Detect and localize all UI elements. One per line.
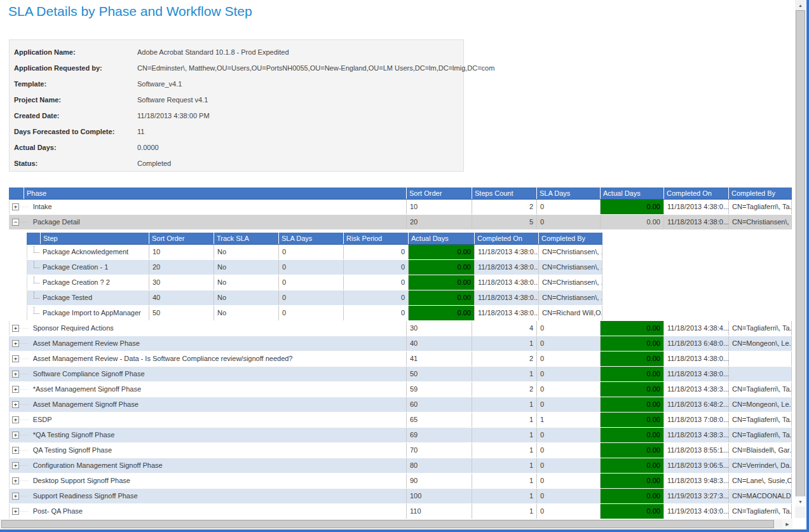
cell-completed-by: CN=Blaisdell\, Gar... bbox=[729, 443, 792, 458]
cell-phase: +····Asset Management Review - Data - Is… bbox=[9, 351, 407, 366]
info-field-value: 11/18/2013 4:38:00 PM bbox=[137, 112, 210, 119]
phase-row[interactable]: +····Configuration Management Signoff Ph… bbox=[9, 458, 792, 474]
phase-row[interactable]: +····Support Readiness Signoff Phase1001… bbox=[9, 489, 792, 504]
step-row[interactable]: Package Acknowledgement10No000.0011/18/2… bbox=[27, 245, 602, 260]
cell-completed-by: CN=Christiansen\, ... bbox=[729, 215, 792, 229]
cell-sla-days: 0 bbox=[537, 200, 601, 214]
expand-icon[interactable]: + bbox=[12, 401, 19, 408]
cell-phase: +····*Asset Management Signoff Phase bbox=[9, 382, 407, 397]
cell-step: Package Acknowledgement bbox=[27, 245, 149, 259]
cell-risk-period: 0 bbox=[344, 275, 409, 290]
phase-row[interactable]: +····Asset Management Signoff Phase60100… bbox=[9, 397, 792, 413]
expand-icon[interactable]: + bbox=[12, 355, 19, 362]
expand-icon[interactable]: + bbox=[12, 340, 19, 347]
phase-row[interactable]: +····QA Testing Signoff Phase70100.0011/… bbox=[9, 443, 792, 458]
phase-row[interactable]: +····Asset Management Review Phase40100.… bbox=[9, 336, 792, 351]
scroll-right-icon[interactable]: ▶ bbox=[782, 519, 792, 529]
cell-track-sla: No bbox=[214, 290, 279, 305]
phase-row[interactable]: +····Desktop Support Signoff Phase90100.… bbox=[9, 474, 792, 489]
cell-sort-order: 30 bbox=[407, 321, 472, 336]
step-row[interactable]: Package Import to AppManager50No000.0011… bbox=[27, 306, 602, 321]
phase-name: QA Testing Signoff Phase bbox=[33, 443, 112, 458]
cell-actual-days: 0.00 bbox=[601, 215, 664, 229]
expand-icon[interactable]: + bbox=[12, 386, 19, 393]
expand-icon[interactable]: + bbox=[12, 325, 19, 332]
info-row: Actual Days:0.0000 bbox=[10, 139, 463, 155]
vertical-scroll-thumb[interactable] bbox=[796, 10, 805, 497]
info-field-label: Project Name: bbox=[14, 96, 137, 104]
collapse-icon[interactable]: − bbox=[12, 219, 19, 226]
phase-row[interactable]: +····*Asset Management Signoff Phase5920… bbox=[9, 382, 792, 397]
header-sla-days: SLA Days bbox=[537, 188, 601, 199]
expand-icon[interactable]: + bbox=[12, 432, 19, 439]
step-table: StepSort OrderTrack SLASLA DaysRisk Peri… bbox=[27, 233, 602, 321]
expand-icon[interactable]: + bbox=[12, 493, 19, 500]
cell-sla-days: 0 bbox=[537, 382, 601, 397]
cell-completed-by: CN=Verrinder\, Da... bbox=[729, 458, 792, 473]
cell-steps-count: 1 bbox=[472, 474, 537, 488]
cell-steps-count: 2 bbox=[472, 351, 537, 366]
cell-steps-count: 1 bbox=[472, 489, 537, 503]
info-row: Status:Completed bbox=[10, 155, 463, 171]
cell-actual-days: 0.00 bbox=[601, 428, 664, 442]
scroll-up-icon[interactable]: ▲ bbox=[795, 0, 806, 10]
info-field-value: 11 bbox=[137, 128, 144, 135]
tree-branch-icon bbox=[30, 275, 39, 290]
phase-name: *QA Testing Signoff Phase bbox=[33, 428, 115, 442]
header-steps-count: Steps Count bbox=[472, 188, 537, 199]
horizontal-scrollbar[interactable]: ▶ bbox=[0, 519, 792, 529]
cell-sla-days: 0 bbox=[537, 215, 601, 229]
expand-icon[interactable]: + bbox=[12, 477, 19, 484]
cell-completed-on: 11/18/2013 9:06:5... bbox=[664, 458, 729, 473]
phase-row[interactable]: +····Sponsor Required Actions30400.0011/… bbox=[9, 321, 792, 336]
phase-name: Asset Management Signoff Phase bbox=[33, 397, 139, 412]
expand-icon[interactable]: + bbox=[12, 371, 19, 378]
info-field-value: Software_v4.1 bbox=[137, 80, 182, 88]
step-row[interactable]: Package Tested40No000.0011/18/2013 4:38:… bbox=[27, 290, 602, 306]
phase-row[interactable]: +····Asset Management Review - Data - Is… bbox=[9, 351, 792, 367]
phase-table: PhaseSort OrderSteps CountSLA DaysActual… bbox=[9, 188, 792, 519]
horizontal-scroll-thumb[interactable] bbox=[1, 520, 774, 528]
phase-row[interactable]: +····*QA Testing Signoff Phase69100.0011… bbox=[9, 428, 792, 443]
cell-sla-days: 0 bbox=[537, 428, 601, 442]
cell-steps-count: 1 bbox=[472, 367, 537, 381]
step-row[interactable]: Package Creation - 120No000.0011/18/2013… bbox=[27, 260, 602, 275]
tree-branch-icon bbox=[30, 306, 39, 320]
dotted-connector: ···· bbox=[20, 215, 29, 229]
phase-row[interactable]: +····Software Compliance Signoff Phase50… bbox=[9, 367, 792, 382]
cell-sla-days: 0 bbox=[279, 260, 344, 275]
header-expander-column bbox=[9, 188, 24, 199]
info-row: Created Date:11/18/2013 4:38:00 PM bbox=[10, 107, 463, 123]
header-sort-order: Sort Order bbox=[407, 188, 472, 199]
phase-row[interactable]: +····Post- QA Phase110100.0011/19/2013 4… bbox=[9, 504, 792, 519]
scroll-down-icon[interactable]: ▼ bbox=[795, 496, 806, 507]
dotted-connector: ···· bbox=[20, 382, 29, 397]
phase-row[interactable]: +····ESDP65110.0011/18/2013 7:08:0...CN=… bbox=[9, 413, 792, 428]
cell-completed-on: 11/18/2013 4:38:0... bbox=[475, 306, 539, 320]
info-field-label: Status: bbox=[14, 160, 137, 167]
step-name: Package Creation - 1 bbox=[43, 260, 108, 275]
info-field-value: Software Request v4.1 bbox=[137, 96, 208, 104]
expand-icon[interactable]: + bbox=[12, 462, 19, 469]
expand-icon[interactable]: + bbox=[12, 203, 19, 210]
cell-completed-by: CN=Mongeon\, Le... bbox=[729, 336, 792, 351]
subheader-completed-on: Completed On bbox=[475, 233, 539, 244]
cell-completed-by: CN=MACDONALD... bbox=[729, 489, 792, 503]
dotted-connector: ···· bbox=[20, 351, 29, 366]
info-row: Application Requested by:CN=Edminster\, … bbox=[10, 60, 463, 76]
expand-icon[interactable]: + bbox=[12, 508, 19, 515]
cell-completed-by bbox=[729, 367, 792, 381]
expand-icon[interactable]: + bbox=[12, 447, 19, 454]
cell-completed-by: CN=Tagliaferri\, Ta... bbox=[729, 428, 792, 442]
subheader-icon-column bbox=[27, 233, 41, 244]
expand-icon[interactable]: + bbox=[12, 416, 19, 423]
cell-sla-days: 0 bbox=[537, 397, 601, 412]
cell-actual-days: 0.00 bbox=[601, 504, 664, 519]
phase-row[interactable]: −····Package Detail20500.0011/18/2013 4:… bbox=[9, 215, 792, 230]
info-field-label: Actual Days: bbox=[14, 144, 137, 151]
phase-row[interactable]: +····Intake10200.0011/18/2013 4:38:0...C… bbox=[9, 200, 792, 215]
step-row[interactable]: Package Creation ? 230No000.0011/18/2013… bbox=[27, 275, 602, 290]
cell-completed-by: CN=Tagliaferri\, Ta... bbox=[729, 382, 792, 397]
vertical-scrollbar[interactable]: ▲ ▼ bbox=[795, 0, 806, 518]
cell-steps-count: 1 bbox=[472, 397, 537, 412]
